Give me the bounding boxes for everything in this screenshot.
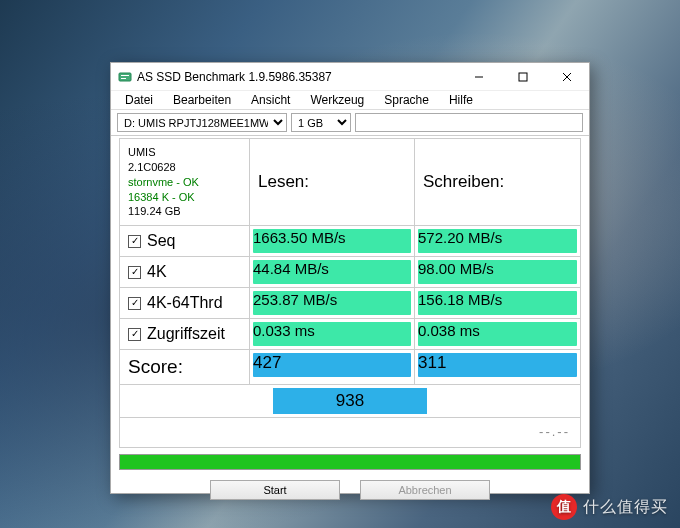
- svg-rect-0: [119, 73, 131, 81]
- menu-help[interactable]: Hilfe: [439, 91, 483, 109]
- 4k-write: 98.00 MB/s: [418, 260, 577, 284]
- app-window: AS SSD Benchmark 1.9.5986.35387 Datei Be…: [110, 62, 590, 494]
- row-seq-label: ✓Seq: [120, 226, 250, 257]
- drive-info: UMIS 2.1C0628 stornvme - OK 16384 K - OK…: [120, 139, 250, 226]
- menu-tool[interactable]: Werkzeug: [300, 91, 374, 109]
- seq-checkbox[interactable]: ✓: [128, 235, 141, 248]
- access-write: 0.038 ms: [418, 322, 577, 346]
- access-checkbox[interactable]: ✓: [128, 328, 141, 341]
- window-title: AS SSD Benchmark 1.9.5986.35387: [137, 70, 457, 84]
- button-row: Start Abbrechen: [119, 476, 581, 508]
- titlebar[interactable]: AS SSD Benchmark 1.9.5986.35387: [111, 63, 589, 91]
- header-read: Lesen:: [250, 139, 415, 226]
- maximize-button[interactable]: [501, 63, 545, 91]
- seq-read: 1663.50 MB/s: [253, 229, 411, 253]
- svg-rect-1: [121, 75, 129, 76]
- info-driver: stornvme - OK: [128, 175, 199, 190]
- menu-language[interactable]: Sprache: [374, 91, 439, 109]
- menu-view[interactable]: Ansicht: [241, 91, 300, 109]
- score-label: Score:: [120, 350, 250, 385]
- menu-file[interactable]: Datei: [115, 91, 163, 109]
- results-grid: UMIS 2.1C0628 stornvme - OK 16384 K - OK…: [119, 138, 581, 448]
- drive-select[interactable]: D: UMIS RPJTJ128MEE1MWX: [117, 113, 287, 132]
- info-capacity: 119.24 GB: [128, 204, 181, 219]
- 4k64-write: 156.18 MB/s: [418, 291, 577, 315]
- 4k-checkbox[interactable]: ✓: [128, 266, 141, 279]
- 4k64-read: 253.87 MB/s: [253, 291, 411, 315]
- close-button[interactable]: [545, 63, 589, 91]
- minimize-button[interactable]: [457, 63, 501, 91]
- menubar: Datei Bearbeiten Ansicht Werkzeug Sprach…: [111, 91, 589, 110]
- score-total: 938: [273, 388, 427, 414]
- content-area: UMIS 2.1C0628 stornvme - OK 16384 K - OK…: [111, 136, 589, 512]
- watermark-badge: 值: [551, 494, 577, 520]
- score-read: 427: [253, 353, 411, 377]
- info-firmware: 2.1C0628: [128, 160, 176, 175]
- header-write: Schreiben:: [415, 139, 580, 226]
- row-4k-label: ✓4K: [120, 257, 250, 288]
- row-access-label: ✓Zugriffszeit: [120, 319, 250, 350]
- status-text: --.--: [120, 418, 580, 447]
- size-select[interactable]: 1 GB: [291, 113, 351, 132]
- score-write: 311: [418, 353, 577, 377]
- watermark-text: 什么值得买: [583, 497, 668, 518]
- progress-bar: [119, 454, 581, 470]
- 4k-read: 44.84 MB/s: [253, 260, 411, 284]
- start-button[interactable]: Start: [210, 480, 340, 500]
- abort-button[interactable]: Abbrechen: [360, 480, 490, 500]
- info-model: UMIS: [128, 145, 156, 160]
- menu-edit[interactable]: Bearbeiten: [163, 91, 241, 109]
- svg-rect-2: [121, 78, 126, 79]
- extra-input[interactable]: [355, 113, 583, 132]
- total-row: 938: [120, 385, 580, 418]
- access-read: 0.033 ms: [253, 322, 411, 346]
- seq-write: 572.20 MB/s: [418, 229, 577, 253]
- row-4k64-label: ✓4K-64Thrd: [120, 288, 250, 319]
- info-align: 16384 K - OK: [128, 190, 195, 205]
- toolbar: D: UMIS RPJTJ128MEE1MWX 1 GB: [111, 110, 589, 136]
- svg-rect-4: [519, 73, 527, 81]
- app-icon: [117, 69, 133, 85]
- watermark: 值 什么值得买: [551, 494, 668, 520]
- 4k64-checkbox[interactable]: ✓: [128, 297, 141, 310]
